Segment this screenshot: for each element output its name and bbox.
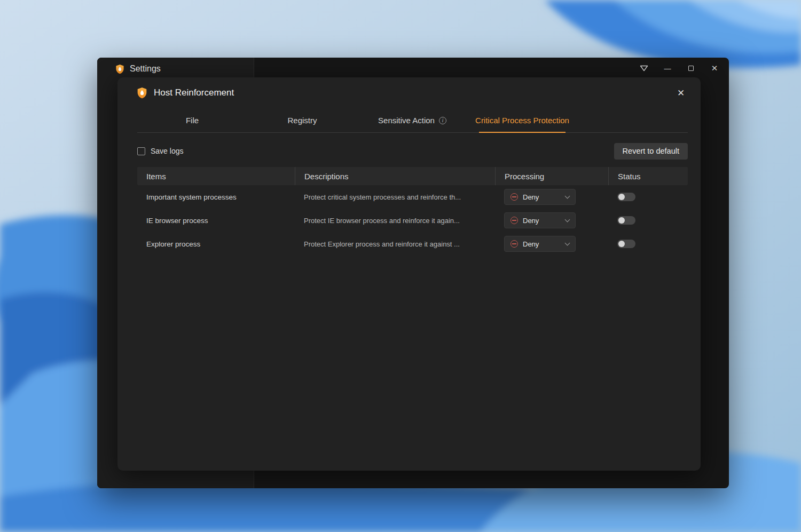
row-processing-cell: Deny xyxy=(495,189,608,205)
maximize-icon xyxy=(688,66,694,71)
header-processing: Processing xyxy=(495,167,608,185)
save-logs-checkbox[interactable] xyxy=(137,147,145,155)
close-window-button[interactable]: ✕ xyxy=(706,60,723,76)
info-icon[interactable]: i xyxy=(439,117,446,124)
action-row: Save logs Revert to default xyxy=(137,142,688,160)
toggle-knob xyxy=(618,194,625,200)
header-items: Items xyxy=(137,167,295,185)
row-processing-cell: Deny xyxy=(495,212,608,228)
processing-value: Deny xyxy=(523,217,539,225)
toggle-knob xyxy=(618,241,625,247)
table-row: Important system processes Protect criti… xyxy=(137,185,688,209)
theme-skin-icon xyxy=(640,65,648,72)
revert-to-default-button[interactable]: Revert to default xyxy=(614,143,688,160)
toggle-knob xyxy=(618,217,625,224)
status-toggle[interactable] xyxy=(617,216,635,225)
row-processing-cell: Deny xyxy=(495,236,608,252)
minimize-button[interactable]: — xyxy=(659,60,676,76)
circle-minus-icon xyxy=(511,240,518,248)
save-logs-label: Save logs xyxy=(151,147,183,155)
tab-registry[interactable]: Registry xyxy=(247,108,357,132)
app-title-group: Settings xyxy=(115,64,161,74)
host-reinforcement-dialog: Host Reinforcement ✕ File Registry Sensi… xyxy=(117,77,701,471)
dialog-shield-flame-icon xyxy=(137,87,147,99)
row-item-label: Explorer process xyxy=(137,240,295,248)
window-controls: — ✕ xyxy=(636,60,723,76)
table-row: Explorer process Protect Explorer proces… xyxy=(137,232,688,256)
dialog-title: Host Reinforcement xyxy=(154,88,234,98)
window-title: Settings xyxy=(130,64,161,74)
row-description: Protect Explorer process and reinforce i… xyxy=(295,240,495,248)
chevron-down-icon xyxy=(565,194,570,199)
row-item-label: IE browser process xyxy=(137,217,295,225)
chevron-down-icon xyxy=(565,217,570,223)
table-header-row: Items Descriptions Processing Status xyxy=(137,167,688,185)
processing-dropdown[interactable]: Deny xyxy=(504,236,576,252)
title-bar: Settings — ✕ xyxy=(97,58,729,80)
processing-dropdown[interactable]: Deny xyxy=(504,212,576,228)
status-toggle[interactable] xyxy=(617,240,635,248)
header-status: Status xyxy=(608,167,688,185)
tab-file[interactable]: File xyxy=(137,108,247,132)
tab-critical-process-protection[interactable]: Critical Process Protection xyxy=(467,108,577,132)
row-status-cell xyxy=(608,216,688,225)
settings-window: Settings — ✕ xyxy=(97,58,729,488)
protection-table: Items Descriptions Processing Status Imp… xyxy=(137,167,688,256)
dialog-header: Host Reinforcement ✕ xyxy=(117,77,701,108)
row-description: Protect critical system processes and re… xyxy=(295,193,495,201)
save-logs-option[interactable]: Save logs xyxy=(137,147,183,155)
status-toggle[interactable] xyxy=(617,193,635,201)
processing-dropdown[interactable]: Deny xyxy=(504,189,576,205)
tab-sensitive-action-label: Sensitive Action xyxy=(378,108,435,132)
tab-bar: File Registry Sensitive Action i Critica… xyxy=(137,108,688,133)
table-row: IE browser process Protect IE browser pr… xyxy=(137,209,688,232)
processing-value: Deny xyxy=(523,193,539,201)
close-dialog-button[interactable]: ✕ xyxy=(674,86,688,100)
maximize-button[interactable] xyxy=(683,60,699,76)
row-status-cell xyxy=(608,193,688,201)
tab-sensitive-action[interactable]: Sensitive Action i xyxy=(357,108,467,132)
chevron-down-icon xyxy=(565,241,570,246)
circle-minus-icon xyxy=(511,193,518,201)
app-shield-flame-icon xyxy=(115,64,124,74)
circle-minus-icon xyxy=(511,217,518,224)
row-status-cell xyxy=(608,240,688,248)
row-item-label: Important system processes xyxy=(137,193,295,201)
header-descriptions: Descriptions xyxy=(295,167,495,185)
dialog-title-group: Host Reinforcement xyxy=(137,87,234,99)
row-description: Protect IE browser process and reinforce… xyxy=(295,217,495,225)
theme-skin-button[interactable] xyxy=(636,60,652,76)
processing-value: Deny xyxy=(523,240,539,248)
